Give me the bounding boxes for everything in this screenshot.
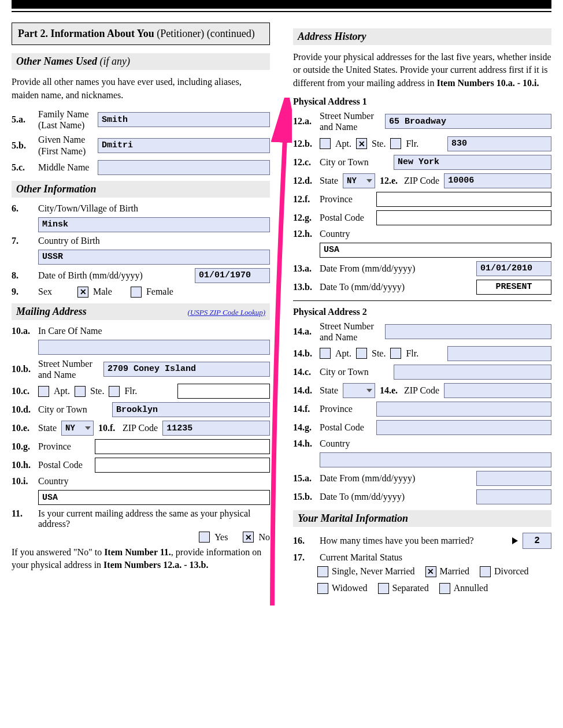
checkbox-married[interactable] <box>425 566 436 577</box>
top-bar <box>12 0 551 9</box>
field-times-married[interactable]: 2 <box>523 533 551 549</box>
checkbox-male[interactable] <box>77 287 88 298</box>
num-10g: 10.g. <box>12 441 34 452</box>
field-p2-street[interactable] <box>385 324 551 339</box>
field-p2-date-from[interactable] <box>476 471 551 486</box>
checkbox-q11-yes[interactable] <box>199 532 210 543</box>
label-dob: Date of Birth (mm/dd/yyyy) <box>38 270 190 281</box>
field-p1-date-from[interactable]: 01/01/2010 <box>476 261 551 276</box>
field-unit[interactable] <box>177 384 270 399</box>
field-p2-unit[interactable] <box>447 346 551 361</box>
label-street-number: Street Number <box>38 359 92 369</box>
label-ste: Ste. <box>372 139 386 149</box>
label-yes: Yes <box>214 532 228 543</box>
label-and-name: and Name <box>320 122 357 132</box>
field-p2-province[interactable] <box>376 402 551 417</box>
section-title-suffix: (if any) <box>97 55 130 67</box>
field-p2-city[interactable] <box>394 365 551 380</box>
top-line <box>12 11 551 12</box>
checkbox-q11-no[interactable] <box>243 532 254 543</box>
q16-text: How many times have you been married? <box>320 536 508 546</box>
label-single: Single, Never Married <box>332 566 415 577</box>
checkbox-annulled[interactable] <box>439 583 450 594</box>
field-dob[interactable]: 01/01/1970 <box>195 268 270 283</box>
field-in-care-of[interactable] <box>38 340 270 355</box>
checkbox-p2-ste[interactable] <box>356 348 367 359</box>
dropdown-mailing-state[interactable]: NY <box>61 421 94 436</box>
field-p1-city[interactable]: New York <box>394 155 551 170</box>
num-10d: 10.d. <box>12 404 34 415</box>
label-annulled: Annulled <box>454 583 488 593</box>
field-p2-country[interactable] <box>320 452 551 467</box>
field-birth-country[interactable]: USSR <box>38 250 270 265</box>
checkbox-apt[interactable] <box>38 386 49 397</box>
label-date-from: Date From (mm/dd/yyyy) <box>320 473 472 484</box>
num-9: 9. <box>12 287 34 297</box>
label-country: Country <box>320 439 350 449</box>
label-postal: Postal Code <box>320 213 372 223</box>
field-birth-city[interactable]: Minsk <box>38 217 270 232</box>
field-p1-street[interactable]: 65 Broadway <box>385 114 551 129</box>
field-p1-unit[interactable]: 830 <box>447 136 551 151</box>
label-no: No <box>258 532 270 543</box>
field-p2-date-to[interactable] <box>476 489 551 504</box>
checkbox-widowed[interactable] <box>317 583 328 594</box>
checkbox-p2-flr[interactable] <box>390 348 401 359</box>
label-street-number: Street Number <box>320 111 374 121</box>
field-p1-province[interactable] <box>376 192 551 207</box>
num-16: 16. <box>293 536 315 546</box>
field-mailing-province[interactable] <box>95 439 270 454</box>
usps-lookup-link[interactable]: (USPS ZIP Code Lookup) <box>188 308 265 317</box>
field-p1-zip[interactable]: 10006 <box>444 173 551 188</box>
checkbox-flr[interactable] <box>109 386 120 397</box>
field-p1-country[interactable]: USA <box>320 243 551 258</box>
num-12h: 12.h. <box>293 229 315 239</box>
field-p1-date-to[interactable]: PRESENT <box>476 280 551 295</box>
label-separated: Separated <box>392 583 429 593</box>
label-last-name: (Last Name) <box>38 120 84 130</box>
field-mailing-street[interactable]: 2709 Coney Island <box>103 362 270 377</box>
q17-text: Current Marital Status <box>320 552 402 563</box>
num-15b: 15.b. <box>293 492 315 502</box>
part-header-bold: Part 2. Information About You <box>18 28 154 39</box>
label-date-to: Date To (mm/dd/yyyy) <box>320 282 472 292</box>
num-5c: 5.c. <box>12 162 34 173</box>
checkbox-p1-flr[interactable] <box>390 138 401 149</box>
field-mailing-postal[interactable] <box>95 458 270 473</box>
label-city: City or Town <box>38 404 108 415</box>
dropdown-p2-state[interactable] <box>343 383 375 398</box>
num-10e: 10.e. <box>12 423 34 433</box>
field-given-name[interactable]: Dmitri <box>98 138 270 153</box>
field-mailing-zip[interactable]: 11235 <box>162 421 270 436</box>
dropdown-p1-state[interactable]: NY <box>343 173 375 188</box>
label-female: Female <box>146 287 173 297</box>
checkbox-ste[interactable] <box>75 386 86 397</box>
num-12d: 12.d. <box>293 176 315 186</box>
checkbox-p2-apt[interactable] <box>320 348 331 359</box>
field-mailing-city[interactable]: Brooklyn <box>112 402 270 417</box>
field-mailing-country[interactable]: USA <box>38 490 270 505</box>
checkbox-divorced[interactable] <box>480 566 491 577</box>
label-in-care-of: In Care Of Name <box>38 326 102 336</box>
label-state: State <box>38 423 57 433</box>
num-10f: 10.f. <box>98 423 118 433</box>
checkbox-female[interactable] <box>131 287 142 298</box>
field-middle-name[interactable] <box>98 160 270 175</box>
checkbox-p1-ste[interactable] <box>356 138 367 149</box>
field-p2-zip[interactable] <box>444 383 551 398</box>
part-header: Part 2. Information About You (Petitione… <box>12 23 270 45</box>
label-zip: ZIP Code <box>123 423 158 433</box>
checkbox-p1-apt[interactable] <box>320 138 331 149</box>
checkbox-single[interactable] <box>317 566 328 577</box>
field-p2-postal[interactable] <box>376 420 551 435</box>
checkbox-separated[interactable] <box>378 583 389 594</box>
state-value: NY <box>347 176 357 185</box>
label-first-name: (First Name) <box>38 146 86 156</box>
field-p1-postal[interactable] <box>376 210 551 225</box>
num-12f: 12.f. <box>293 194 315 205</box>
label-apt: Apt. <box>335 348 351 359</box>
section-title: Your Marital Information <box>298 512 408 525</box>
q11-text: Is your current mailing address the same… <box>38 508 250 529</box>
label-apt: Apt. <box>54 386 70 396</box>
field-family-name[interactable]: Smith <box>98 112 270 127</box>
